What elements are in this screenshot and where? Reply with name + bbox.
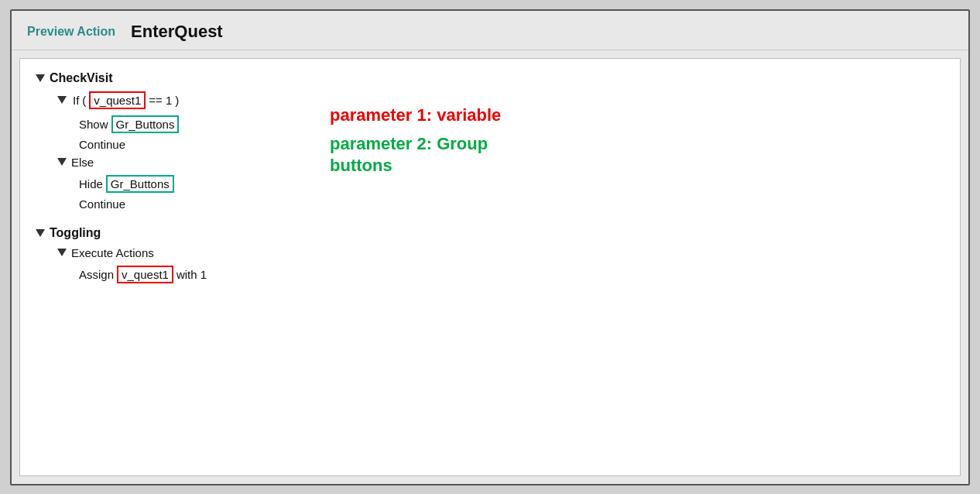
execute-actions-row: Execute Actions [57, 246, 944, 259]
hide-verb: Hide [79, 177, 103, 190]
main-content: CheckVisit If ( v_quest1 == 1 ) Show Gr_… [19, 58, 961, 476]
checkvisit-header: CheckVisit [36, 71, 944, 85]
section-toggling: Toggling Execute Actions Assign v_quest1… [36, 226, 944, 283]
if-operator: == 1 [149, 94, 172, 107]
app-container: Preview Action EnterQuest CheckVisit If … [10, 9, 970, 485]
checkvisit-label: CheckVisit [50, 71, 113, 85]
collapse-icon-checkvisit[interactable] [36, 74, 45, 82]
assign-verb: Assign [79, 268, 114, 281]
if-variable[interactable]: v_quest1 [89, 91, 146, 109]
toggling-label: Toggling [50, 226, 101, 240]
show-action-row: Show Gr_Buttons [79, 115, 944, 133]
continue-1: Continue [79, 138, 944, 151]
collapse-icon-else[interactable] [57, 158, 67, 166]
header: Preview Action EnterQuest [12, 11, 968, 50]
collapse-icon-execute[interactable] [57, 249, 67, 256]
hide-target[interactable]: Gr_Buttons [106, 175, 174, 193]
preview-action-label: Preview Action [27, 25, 115, 39]
collapse-icon-if[interactable] [57, 96, 67, 104]
open-paren: ( [82, 94, 86, 107]
hide-action-row: Hide Gr_Buttons [79, 175, 944, 193]
param2-annotation: parameter 2: Groupbuttons [330, 133, 501, 177]
action-title: EnterQuest [131, 22, 223, 42]
param1-annotation: parameter 1: variable [330, 105, 501, 125]
close-paren: ) [175, 94, 179, 107]
collapse-icon-toggling[interactable] [36, 229, 45, 237]
show-verb: Show [79, 118, 108, 131]
show-target[interactable]: Gr_Buttons [111, 115, 180, 133]
annotation-area: parameter 1: variable parameter 2: Group… [330, 105, 501, 177]
assign-variable[interactable]: v_quest1 [117, 266, 173, 283]
else-keyword: Else [71, 156, 94, 169]
assign-action-row: Assign v_quest1 with 1 [79, 266, 944, 283]
if-keyword: If [73, 94, 79, 107]
assign-rest: with 1 [176, 268, 207, 281]
continue-2: Continue [79, 197, 944, 211]
execute-keyword: Execute Actions [71, 246, 154, 259]
toggling-header: Toggling [36, 226, 944, 240]
